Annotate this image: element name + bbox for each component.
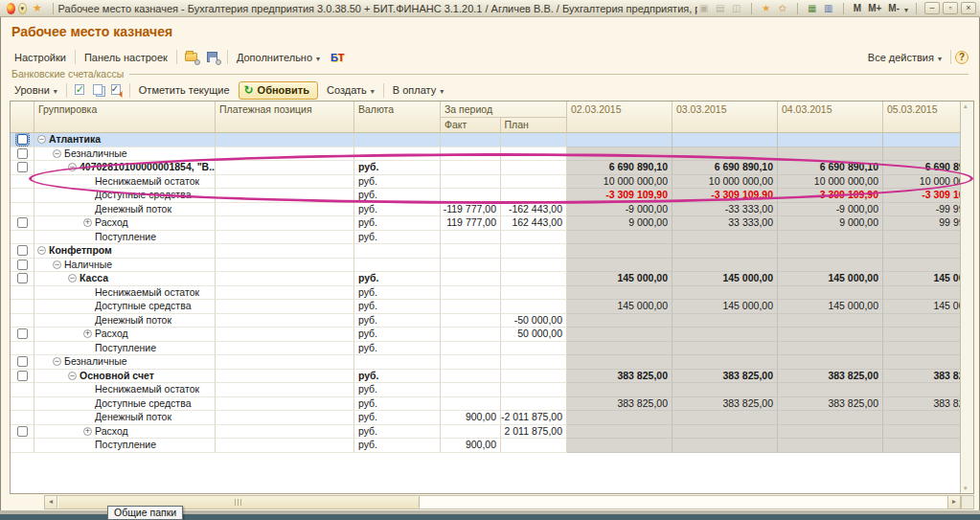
all-actions-button[interactable]: Все действия — [863, 50, 946, 65]
create-button[interactable]: Создать — [322, 82, 379, 98]
date-value-cell[interactable]: -99 999,00 — [883, 203, 960, 217]
fact-cell[interactable] — [441, 328, 501, 342]
calendar-icon[interactable] — [822, 3, 835, 14]
date-value-cell[interactable]: 383 825,00 — [883, 397, 960, 412]
date-value-cell[interactable]: 6 690 890,10 — [883, 161, 960, 175]
column-header-grouping[interactable]: Группировка — [34, 102, 216, 132]
grouping-cell[interactable]: Доступные средства — [34, 397, 216, 412]
date-value-cell[interactable]: 10 000 000,00 — [778, 175, 883, 190]
collapse-node-icon[interactable]: − — [68, 163, 77, 171]
refresh-button[interactable]: Обновить — [239, 81, 318, 100]
date-value-cell[interactable] — [567, 286, 672, 301]
row-select-cell[interactable] — [11, 425, 34, 440]
row-checkbox[interactable] — [17, 371, 28, 381]
date-value-cell[interactable] — [672, 411, 778, 425]
memory-m-button[interactable]: M — [852, 3, 863, 13]
date-value-cell[interactable] — [567, 147, 672, 162]
save-settings-icon[interactable] — [204, 50, 221, 65]
date-value-cell[interactable]: 145 000,00 — [672, 300, 778, 314]
date-value-cell[interactable] — [778, 355, 883, 370]
row-select-cell[interactable] — [11, 439, 34, 453]
levels-button[interactable]: Уровни — [10, 82, 62, 98]
grouping-cell[interactable]: −Безналичные — [34, 355, 216, 370]
currency-cell[interactable]: руб. — [354, 231, 441, 245]
fact-cell[interactable] — [441, 161, 501, 175]
memory-mplus-button[interactable]: M+ — [866, 3, 883, 13]
plan-cell[interactable]: 2 011 875,00 — [501, 425, 567, 440]
date-value-cell[interactable]: 383 825,00 — [567, 397, 672, 412]
payment-position-cell[interactable] — [216, 133, 354, 147]
date-value-cell[interactable] — [883, 328, 960, 342]
plan-cell[interactable] — [501, 342, 567, 356]
payment-position-cell[interactable] — [216, 272, 354, 286]
save-icon[interactable] — [697, 3, 711, 14]
row-select-cell[interactable] — [11, 161, 34, 175]
date-value-cell[interactable] — [672, 383, 778, 397]
date-value-cell[interactable]: -3 309 109,90 — [567, 189, 672, 203]
column-header-payment-position[interactable]: Платежная позиция — [216, 102, 354, 132]
grouping-cell[interactable]: +Расход — [34, 328, 216, 342]
plan-cell[interactable]: 162 443,00 — [501, 216, 567, 231]
date-value-cell[interactable] — [672, 133, 778, 147]
expand-node-icon[interactable]: + — [83, 218, 92, 227]
date-value-cell[interactable]: -3 309 109,90 — [778, 189, 883, 203]
table-row[interactable]: Денежный потокруб.-50 000,00 — [11, 314, 960, 328]
date-value-cell[interactable] — [672, 147, 778, 162]
date-value-cell[interactable]: -9 000,00 — [778, 203, 883, 217]
row-select-cell[interactable] — [11, 397, 34, 412]
date-value-cell[interactable] — [778, 342, 883, 356]
table-row[interactable]: −Безналичные — [11, 355, 960, 370]
fact-cell[interactable] — [441, 133, 501, 147]
date-value-cell[interactable] — [672, 328, 778, 342]
fact-cell[interactable]: 900,00 — [441, 411, 501, 425]
plan-cell[interactable]: -162 443,00 — [501, 203, 567, 217]
row-select-cell[interactable] — [11, 314, 34, 328]
payment-position-cell[interactable] — [216, 259, 354, 273]
date-value-cell[interactable]: 145 000,00 — [567, 272, 672, 286]
currency-cell[interactable]: руб. — [354, 272, 441, 286]
grouping-cell[interactable]: −40702810100000001854, "В... — [34, 161, 216, 175]
payment-position-cell[interactable] — [216, 355, 354, 370]
grouping-cell[interactable]: Поступление — [34, 439, 216, 453]
fact-cell[interactable] — [441, 147, 501, 162]
row-select-cell[interactable] — [11, 244, 34, 259]
date-value-cell[interactable] — [778, 328, 883, 342]
plan-cell[interactable] — [501, 244, 567, 259]
settings-panel-button[interactable]: Панель настроек — [80, 50, 172, 65]
grouping-cell[interactable]: Доступные средства — [34, 189, 216, 203]
date-value-cell[interactable]: 145 000,00 — [778, 300, 883, 314]
date-value-cell[interactable]: 10 000 000,00 — [883, 175, 960, 190]
payment-position-cell[interactable] — [216, 286, 354, 301]
row-select-cell[interactable] — [11, 342, 34, 356]
date-value-cell[interactable]: 383 825,00 — [672, 370, 778, 384]
date-value-cell[interactable]: -3 309 109,90 — [672, 189, 778, 203]
date-value-cell[interactable] — [778, 425, 883, 440]
row-select-cell[interactable] — [11, 383, 34, 397]
payment-position-cell[interactable] — [216, 175, 354, 190]
currency-cell[interactable]: руб. — [354, 397, 441, 412]
date-value-cell[interactable]: 383 825,00 — [672, 397, 778, 412]
date-value-cell[interactable] — [883, 425, 960, 440]
date-value-cell[interactable] — [778, 231, 883, 245]
payment-position-cell[interactable] — [216, 216, 354, 231]
collapse-node-icon[interactable]: − — [68, 274, 77, 283]
vertical-scrollbar[interactable] — [960, 102, 973, 493]
grouping-cell[interactable]: −Касса — [34, 272, 216, 286]
row-checkbox[interactable] — [17, 426, 28, 437]
print-preview-icon[interactable] — [730, 3, 743, 14]
fact-cell[interactable] — [441, 300, 501, 314]
row-select-cell[interactable] — [11, 355, 34, 370]
table-row[interactable]: Неснижаемый остатокруб. — [11, 286, 960, 301]
fact-cell[interactable] — [441, 314, 501, 328]
calculator-icon[interactable] — [806, 3, 819, 14]
grouping-cell[interactable]: −Основной счет — [34, 370, 216, 384]
date-value-cell[interactable] — [778, 314, 883, 328]
add-favorite-icon[interactable] — [760, 3, 773, 14]
row-select-cell[interactable] — [11, 411, 34, 425]
date-value-cell[interactable] — [883, 383, 960, 397]
date-value-cell[interactable]: 33 333,00 — [672, 216, 778, 231]
date-value-cell[interactable] — [883, 231, 960, 245]
fact-cell[interactable] — [441, 425, 501, 440]
date-value-cell[interactable] — [778, 383, 883, 397]
fact-cell[interactable] — [441, 397, 501, 412]
